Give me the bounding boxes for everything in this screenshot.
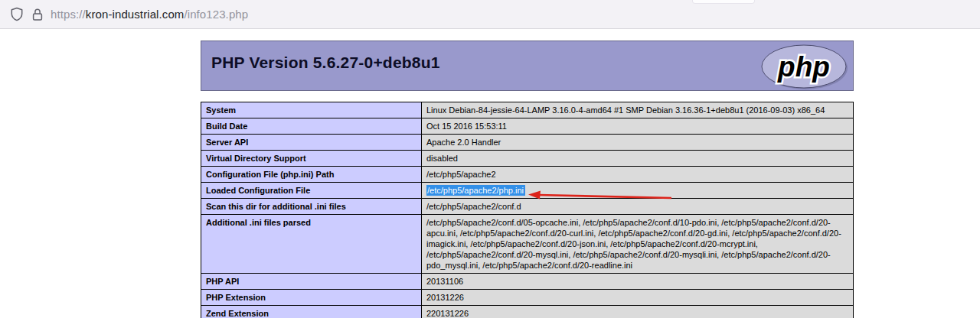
row-label: Scan this dir for additional .ini files bbox=[201, 199, 422, 215]
shield-icon[interactable] bbox=[10, 7, 24, 21]
url-path: /info123.php bbox=[184, 8, 248, 21]
browser-window: https://kron-industrial.com/info123.php … bbox=[0, 0, 980, 318]
row-label: Virtual Directory Support bbox=[201, 151, 422, 167]
table-row: Loaded Configuration File/etc/php5/apach… bbox=[201, 183, 854, 199]
selected-text[interactable]: /etc/php5/apache2/php.ini bbox=[426, 185, 525, 196]
table-row: PHP Extension20131226 bbox=[201, 290, 854, 306]
php-logo-text: php bbox=[777, 51, 830, 83]
table-row: Configuration File (php.ini) Path/etc/ph… bbox=[201, 167, 854, 183]
php-logo: php bbox=[758, 43, 850, 93]
tab-remnant bbox=[692, 0, 755, 4]
table-row: Zend Extension220131226 bbox=[201, 306, 854, 318]
phpinfo-table: SystemLinux Debian-84-jessie-64-LAMP 3.1… bbox=[201, 102, 854, 318]
table-row: Virtual Directory Supportdisabled bbox=[201, 151, 854, 167]
table-row: PHP API20131106 bbox=[201, 274, 854, 290]
row-label: Server API bbox=[201, 135, 422, 151]
row-label: Configuration File (php.ini) Path bbox=[201, 167, 422, 183]
row-value: Apache 2.0 Handler bbox=[422, 135, 854, 151]
row-label: System bbox=[201, 102, 422, 118]
lock-icon[interactable] bbox=[31, 8, 44, 21]
url-scheme: https:// bbox=[51, 8, 86, 21]
row-value: /etc/php5/apache2/php.ini bbox=[422, 183, 854, 199]
row-label: Zend Extension bbox=[201, 306, 422, 318]
row-value: 220131226 bbox=[422, 306, 854, 318]
row-label: PHP API bbox=[201, 274, 422, 290]
table-row: SystemLinux Debian-84-jessie-64-LAMP 3.1… bbox=[201, 102, 854, 118]
row-value: disabled bbox=[422, 151, 854, 167]
row-value: Linux Debian-84-jessie-64-LAMP 3.16.0-4-… bbox=[422, 102, 854, 118]
url-text[interactable]: https://kron-industrial.com/info123.php bbox=[51, 8, 248, 21]
php-version-header: PHP Version 5.6.27-0+deb8u1 php bbox=[201, 41, 854, 91]
table-row: Scan this dir for additional .ini files/… bbox=[201, 199, 854, 215]
row-value: 20131226 bbox=[422, 290, 854, 306]
row-label: Additional .ini files parsed bbox=[201, 215, 422, 274]
row-value: /etc/php5/apache2/conf.d bbox=[422, 199, 854, 215]
phpinfo-page: PHP Version 5.6.27-0+deb8u1 php SystemLi… bbox=[0, 30, 980, 318]
row-value: Oct 15 2016 15:53:11 bbox=[422, 118, 854, 135]
table-row: Additional .ini files parsed/etc/php5/ap… bbox=[201, 215, 854, 274]
url-domain: kron-industrial.com bbox=[86, 8, 185, 21]
browser-url-bar[interactable]: https://kron-industrial.com/info123.php bbox=[0, 0, 980, 29]
row-label: Loaded Configuration File bbox=[201, 183, 422, 199]
row-label: Build Date bbox=[201, 118, 422, 135]
row-value: /etc/php5/apache2/conf.d/05-opcache.ini,… bbox=[422, 215, 854, 274]
table-row: Server APIApache 2.0 Handler bbox=[201, 135, 854, 151]
row-value: /etc/php5/apache2 bbox=[422, 167, 854, 183]
php-version-title: PHP Version 5.6.27-0+deb8u1 bbox=[201, 41, 853, 72]
row-label: PHP Extension bbox=[201, 290, 422, 306]
row-value: 20131106 bbox=[422, 274, 854, 290]
table-row: Build DateOct 15 2016 15:53:11 bbox=[201, 118, 854, 135]
